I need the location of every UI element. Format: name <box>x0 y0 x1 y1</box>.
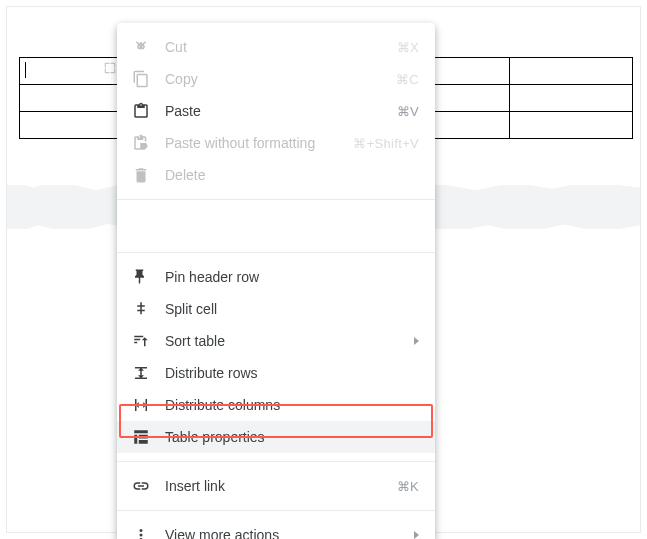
menu-item-label: Pin header row <box>165 269 419 285</box>
menu-item-shortcut: ⌘+Shift+V <box>353 136 419 151</box>
link-icon <box>131 476 151 496</box>
menu-item-label: Split cell <box>165 301 419 317</box>
menu-item-split-cell[interactable]: Split cell <box>117 293 435 325</box>
menu-item-distribute-rows[interactable]: Distribute rows <box>117 357 435 389</box>
menu-item-shortcut: ⌘V <box>397 104 419 119</box>
submenu-arrow-icon <box>414 337 419 345</box>
menu-item-shortcut: ⌘X <box>397 40 419 55</box>
paste-icon <box>131 101 151 121</box>
menu-item-label: Copy <box>165 71 396 87</box>
copy-icon <box>131 69 151 89</box>
table-properties-icon <box>131 427 151 447</box>
pin-icon <box>131 267 151 287</box>
menu-item-label: Cut <box>165 39 397 55</box>
text-cursor <box>25 62 26 78</box>
menu-separator <box>117 199 435 200</box>
menu-item-label: Distribute columns <box>165 397 419 413</box>
context-menu: Cut ⌘X Copy ⌘C Paste ⌘V Paste without fo… <box>117 23 435 539</box>
menu-item-shortcut: ⌘K <box>397 479 419 494</box>
menu-item-table-properties[interactable]: Table properties <box>117 421 435 453</box>
menu-item-shortcut: ⌘C <box>396 72 419 87</box>
menu-item-label: View more actions <box>165 527 406 539</box>
menu-item-label: Paste <box>165 103 397 119</box>
menu-item-label: Table properties <box>165 429 419 445</box>
menu-item-label: Delete <box>165 167 419 183</box>
sort-icon <box>131 331 151 351</box>
menu-item-view-more-actions[interactable]: View more actions <box>117 519 435 539</box>
menu-separator <box>117 510 435 511</box>
menu-item-copy[interactable]: Copy ⌘C <box>117 63 435 95</box>
menu-item-label: Paste without formatting <box>165 135 353 151</box>
split-cell-icon <box>131 299 151 319</box>
menu-item-pin-header-row[interactable]: Pin header row <box>117 261 435 293</box>
menu-item-label: Distribute rows <box>165 365 419 381</box>
delete-icon <box>131 165 151 185</box>
menu-item-paste[interactable]: Paste ⌘V <box>117 95 435 127</box>
menu-item-insert-link[interactable]: Insert link ⌘K <box>117 470 435 502</box>
cut-icon <box>131 37 151 57</box>
menu-separator <box>117 461 435 462</box>
menu-separator <box>117 252 435 253</box>
submenu-arrow-icon <box>414 531 419 539</box>
menu-item-delete[interactable]: Delete <box>117 159 435 191</box>
menu-item-label: Sort table <box>165 333 406 349</box>
menu-item-distribute-columns[interactable]: Distribute columns <box>117 389 435 421</box>
menu-item-cut[interactable]: Cut ⌘X <box>117 31 435 63</box>
menu-item-paste-without-formatting[interactable]: Paste without formatting ⌘+Shift+V <box>117 127 435 159</box>
more-vertical-icon <box>131 525 151 539</box>
distribute-rows-icon <box>131 363 151 383</box>
cell-drag-handle-icon[interactable] <box>103 61 117 75</box>
menu-item-sort-table[interactable]: Sort table <box>117 325 435 357</box>
menu-item-label: Insert link <box>165 478 397 494</box>
distribute-columns-icon <box>131 395 151 415</box>
paste-plain-icon <box>131 133 151 153</box>
